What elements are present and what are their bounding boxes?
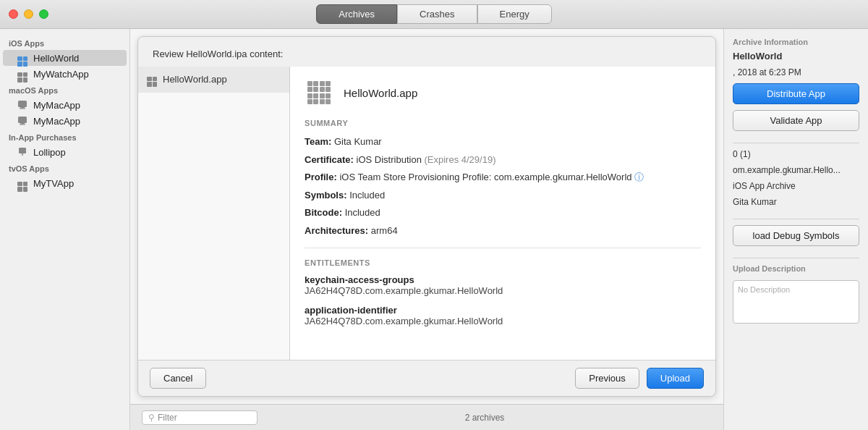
validate-app-button[interactable]: Validate App: [733, 110, 859, 131]
right-divider-3: [733, 258, 859, 258]
content-area: Review HelloWorld.ipa content: HelloWorl…: [130, 29, 723, 430]
sidebar-item-label: MyMacApp: [33, 116, 80, 127]
dialog-footer: Cancel Previous Upload: [138, 360, 715, 396]
upload-description-title: Upload Description: [733, 264, 859, 273]
right-version: 0 (1): [733, 149, 859, 159]
file-list: HelloWorld.app: [138, 67, 290, 360]
main-layout: iOS Apps HelloWorld MyWatchApp macOS App…: [0, 29, 868, 430]
profile-row: Profile: iOS Team Store Provisioning Pro…: [305, 170, 701, 185]
svg-rect-1: [20, 107, 25, 109]
sidebar-item-label: Lollipop: [33, 147, 66, 158]
sidebar-item-helloworld[interactable]: HelloWorld: [3, 50, 127, 66]
sidebar-item-lollipop[interactable]: Lollipop: [3, 144, 127, 160]
helloworld-icon: [17, 52, 29, 64]
sidebar: iOS Apps HelloWorld MyWatchApp macOS App…: [0, 29, 130, 430]
sidebar-item-mymacapp1[interactable]: MyMacApp: [3, 97, 127, 113]
upload-button[interactable]: Upload: [647, 368, 704, 389]
sidebar-item-mymacapp2[interactable]: MyMacApp: [3, 113, 127, 129]
mymacapp1-icon: [17, 99, 29, 111]
entitlement2-block: application-identifier JA62H4Q78D.com.ex…: [305, 305, 701, 326]
sidebar-item-label: HelloWorld: [33, 53, 79, 64]
svg-rect-3: [18, 117, 27, 123]
minimize-button[interactable]: [24, 9, 33, 19]
sidebar-item-mywatchapp[interactable]: MyWatchApp: [3, 66, 127, 82]
tab-group: Archives Crashes Energy: [316, 4, 551, 24]
upload-description-area[interactable]: No Description: [733, 280, 859, 324]
distribute-app-button[interactable]: Distribute App: [733, 83, 859, 104]
svg-rect-6: [19, 148, 26, 153]
tab-energy[interactable]: Energy: [477, 4, 552, 24]
right-divider-1: [733, 143, 859, 143]
right-divider-2: [733, 219, 859, 219]
symbols-row: Symbols: Included: [305, 188, 701, 203]
sidebar-section-macos: macOS Apps: [0, 82, 129, 97]
bottom-bar: ⚲ Filter 2 archives: [130, 404, 723, 430]
right-team: Gita Kumar: [733, 197, 859, 207]
file-list-icon: [147, 72, 157, 87]
bitcode-row: Bitcode: Included: [305, 206, 701, 220]
team-row: Team: Gita Kumar: [305, 135, 701, 149]
dialog-header: Review HelloWorld.ipa content:: [138, 37, 715, 67]
sidebar-item-label: MyWatchApp: [33, 69, 89, 80]
svg-rect-0: [18, 101, 27, 107]
footer-right: Previous Upload: [575, 368, 704, 389]
titlebar: Archives Crashes Energy: [0, 0, 868, 29]
summary-title: SUMMARY: [305, 119, 701, 127]
tab-crashes[interactable]: Crashes: [397, 4, 477, 24]
sidebar-item-label: MyMacApp: [33, 100, 80, 111]
sidebar-item-mytvapp[interactable]: MyTVApp: [3, 175, 127, 191]
svg-rect-5: [20, 125, 25, 125]
mymacapp2-icon: [17, 115, 29, 127]
sidebar-section-iap: In-App Purchases: [0, 129, 129, 144]
entitlement2-key: application-identifier: [305, 305, 701, 316]
file-list-item-helloworld[interactable]: HelloWorld.app: [138, 67, 289, 93]
right-app-name: HelloWorld: [733, 51, 859, 62]
filter-icon: ⚲: [148, 413, 155, 423]
sidebar-section-ios: iOS Apps: [0, 35, 129, 50]
sidebar-section-tvos: tvOS Apps: [0, 160, 129, 175]
dialog-body: HelloWorld.app: [138, 67, 715, 360]
detail-app-name: HelloWorld.app: [344, 87, 417, 99]
traffic-lights: [9, 9, 48, 19]
filter-placeholder: Filter: [158, 413, 177, 423]
right-type: iOS App Archive: [733, 181, 859, 191]
right-identifier: om.example.gkumar.Hello...: [733, 165, 859, 175]
mytvapp-icon: [17, 177, 29, 189]
detail-app-icon: [305, 78, 333, 107]
entitlement1-key: keychain-access-groups: [305, 274, 701, 285]
lollipop-icon: [17, 146, 29, 158]
debug-symbols-button[interactable]: load Debug Symbols: [733, 225, 859, 246]
architectures-row: Architectures: arm64: [305, 224, 701, 238]
cancel-button[interactable]: Cancel: [150, 368, 206, 389]
right-date: , 2018 at 6:23 PM: [733, 67, 859, 77]
tab-archives[interactable]: Archives: [316, 4, 397, 24]
filter-input[interactable]: ⚲ Filter: [142, 410, 258, 425]
entitlement2-value: JA62H4Q78D.com.example.gkumar.HelloWorld: [305, 316, 701, 326]
certificate-row: Certificate: iOS Distribution (Expires 4…: [305, 153, 701, 167]
file-list-item-label: HelloWorld.app: [163, 74, 227, 85]
archive-count: 2 archives: [258, 413, 712, 423]
detail-app-header: HelloWorld.app: [305, 78, 701, 107]
svg-rect-4: [20, 123, 25, 125]
entitlement1-block: keychain-access-groups JA62H4Q78D.com.ex…: [305, 274, 701, 296]
dialog: Review HelloWorld.ipa content: HelloWorl…: [137, 36, 716, 397]
previous-button[interactable]: Previous: [575, 368, 639, 389]
detail-divider: [305, 248, 701, 248]
archive-info-title: Archive Information: [733, 38, 859, 46]
detail-panel: HelloWorld.app SUMMARY Team: Gita Kumar …: [290, 67, 715, 360]
sidebar-item-label: MyTVApp: [33, 178, 74, 189]
entitlement1-value: JA62H4Q78D.com.example.gkumar.HelloWorld: [305, 285, 701, 296]
close-button[interactable]: [9, 9, 18, 19]
svg-rect-2: [20, 109, 25, 109]
entitlements-title: ENTITLEMENTS: [305, 258, 701, 267]
right-panel: Archive Information HelloWorld , 2018 at…: [723, 29, 868, 430]
mywatchapp-icon: [17, 68, 29, 80]
fullscreen-button[interactable]: [39, 9, 48, 19]
